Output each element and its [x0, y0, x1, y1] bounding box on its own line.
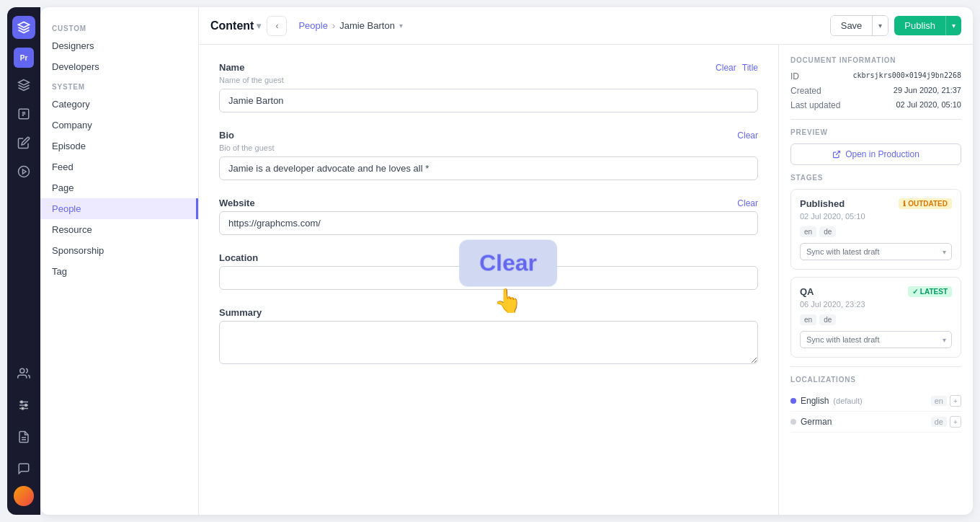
- play-icon[interactable]: [12, 160, 35, 183]
- save-button[interactable]: Save: [831, 16, 873, 35]
- loc-english-add[interactable]: +: [950, 395, 961, 407]
- website-input[interactable]: [219, 211, 758, 235]
- open-in-production-label: Open in Production: [845, 149, 919, 159]
- open-in-production-button[interactable]: Open in Production: [790, 143, 961, 165]
- loc-german-name: German: [801, 417, 832, 427]
- save-chevron-button[interactable]: ▾: [873, 16, 888, 35]
- edit-icon[interactable]: [12, 102, 35, 125]
- published-stage-card: Published ℹ OUTDATED 02 Jul 2020, 05:10 …: [790, 189, 961, 270]
- published-stage-name: Published: [800, 198, 845, 209]
- header-left: Content ▾ ‹ People › Jamie Barton ▾: [210, 16, 403, 36]
- svg-line-15: [836, 151, 840, 156]
- nav-item-people[interactable]: People: [40, 198, 198, 219]
- chat-icon[interactable]: [12, 457, 35, 480]
- nav-item-sponsorship[interactable]: Sponsorship: [40, 240, 198, 261]
- top-header: Content ▾ ‹ People › Jamie Barton ▾ Save…: [199, 7, 973, 45]
- name-field-header: Name Clear Title: [219, 62, 758, 73]
- right-sidebar: DOCUMENT INFORMATION ID ckbrsjkrs000×019…: [778, 45, 973, 515]
- breadcrumb-name: Jamie Barton: [339, 20, 395, 31]
- header-right-actions: Save ▾ Publish ▾: [830, 15, 961, 36]
- divider-1: [790, 119, 961, 120]
- app-title-text: Content: [210, 19, 254, 32]
- svg-point-4: [19, 167, 30, 177]
- pr-badge[interactable]: Pr: [14, 48, 34, 68]
- bio-sublabel: Bio of the guest: [219, 143, 758, 152]
- name-field-actions: Clear Title: [716, 63, 758, 73]
- app-title-chevron[interactable]: ▾: [257, 21, 261, 31]
- nav-item-company[interactable]: Company: [40, 115, 198, 136]
- save-button-group: Save ▾: [830, 15, 889, 36]
- qa-sync-select[interactable]: Sync with latest draft: [800, 331, 952, 348]
- logo-button[interactable]: [12, 16, 35, 39]
- nav-item-tag[interactable]: Tag: [40, 261, 198, 282]
- collapse-button[interactable]: ‹: [267, 16, 287, 36]
- summary-textarea[interactable]: [219, 321, 758, 364]
- doc-id-label: ID: [790, 71, 799, 81]
- loc-german-dot: [790, 419, 796, 425]
- loc-english-code: en: [931, 396, 947, 406]
- qa-stage-card: QA ✓ LATEST 06 Jul 2020, 23:23 en de Syn…: [790, 277, 961, 358]
- stages-title: STAGES: [790, 174, 961, 182]
- layers-icon[interactable]: [12, 74, 35, 97]
- preview-title: PREVIEW: [790, 128, 961, 136]
- name-clear-button[interactable]: Clear: [716, 63, 736, 73]
- nav-item-feed[interactable]: Feed: [40, 156, 198, 177]
- nav-item-page[interactable]: Page: [40, 177, 198, 198]
- website-field-header: Website Clear: [219, 198, 758, 208]
- published-sync-wrapper: Sync with latest draft: [800, 243, 952, 260]
- breadcrumb-people[interactable]: People: [298, 20, 327, 31]
- nav-item-designers[interactable]: Designers: [40, 35, 198, 56]
- bio-input[interactable]: [219, 156, 758, 180]
- publish-button[interactable]: Publish: [894, 16, 946, 35]
- localizations-title: LOCALIZATIONS: [790, 376, 961, 384]
- custom-section-label: CUSTOM: [40, 19, 198, 35]
- docs-icon[interactable]: [12, 425, 35, 448]
- name-field-group: Name Clear Title Name of the guest: [219, 62, 758, 112]
- publish-chevron-button[interactable]: ▾: [946, 16, 961, 35]
- loc-english-dot: [790, 398, 796, 404]
- qa-lang-badges: en de: [800, 314, 952, 325]
- body-area: Name Clear Title Name of the guest Bio: [199, 45, 973, 515]
- breadcrumb-name-chevron[interactable]: ▾: [399, 22, 403, 30]
- nav-item-developers[interactable]: Developers: [40, 56, 198, 77]
- content-area: Content ▾ ‹ People › Jamie Barton ▾ Save…: [199, 7, 973, 515]
- icon-sidebar: Pr: [7, 7, 40, 515]
- published-lang-en: en: [800, 226, 816, 237]
- breadcrumb: People › Jamie Barton ▾: [298, 20, 402, 31]
- doc-id-row: ID ckbrsjkrs000×0194j9bn2268: [790, 71, 961, 81]
- svg-point-11: [25, 404, 27, 407]
- bio-clear-button[interactable]: Clear: [737, 130, 758, 141]
- doc-id-value: ckbrsjkrs000×0194j9bn2268: [852, 71, 961, 81]
- loc-row-german: German de +: [790, 412, 961, 433]
- main-wrapper: CUSTOM Designers Developers SYSTEM Categ…: [40, 7, 973, 515]
- name-input[interactable]: [219, 89, 758, 112]
- sliders-icon[interactable]: [12, 394, 35, 417]
- loc-german-add[interactable]: +: [950, 416, 961, 428]
- location-input[interactable]: [219, 266, 758, 290]
- summary-field-group: Summary: [219, 307, 758, 367]
- system-section-label: SYSTEM: [40, 77, 198, 94]
- people-icon[interactable]: [12, 362, 35, 385]
- loc-english-left: English (default): [790, 396, 863, 406]
- bio-field-actions: Clear: [737, 130, 758, 141]
- nav-item-category[interactable]: Category: [40, 94, 198, 115]
- location-field-group: Location: [219, 252, 758, 290]
- name-title-button[interactable]: Title: [742, 63, 758, 73]
- svg-marker-5: [23, 169, 27, 174]
- nav-item-episode[interactable]: Episode: [40, 136, 198, 156]
- website-clear-button[interactable]: Clear: [737, 198, 758, 208]
- doc-info-title: DOCUMENT INFORMATION: [790, 56, 961, 64]
- edit2-icon[interactable]: [12, 131, 35, 154]
- name-sublabel: Name of the guest: [219, 76, 758, 84]
- website-field-actions: Clear: [737, 198, 758, 208]
- breadcrumb-separator: ›: [332, 20, 335, 31]
- nav-item-resource[interactable]: Resource: [40, 219, 198, 240]
- loc-german-right: de +: [931, 416, 961, 428]
- avatar[interactable]: [14, 486, 34, 506]
- doc-created-label: Created: [790, 86, 821, 96]
- published-sync-select[interactable]: Sync with latest draft: [800, 243, 952, 260]
- loc-english-name: English: [801, 396, 829, 406]
- website-field-label: Website: [219, 198, 255, 208]
- qa-sync-wrapper: Sync with latest draft: [800, 331, 952, 348]
- name-field-label: Name: [219, 62, 244, 73]
